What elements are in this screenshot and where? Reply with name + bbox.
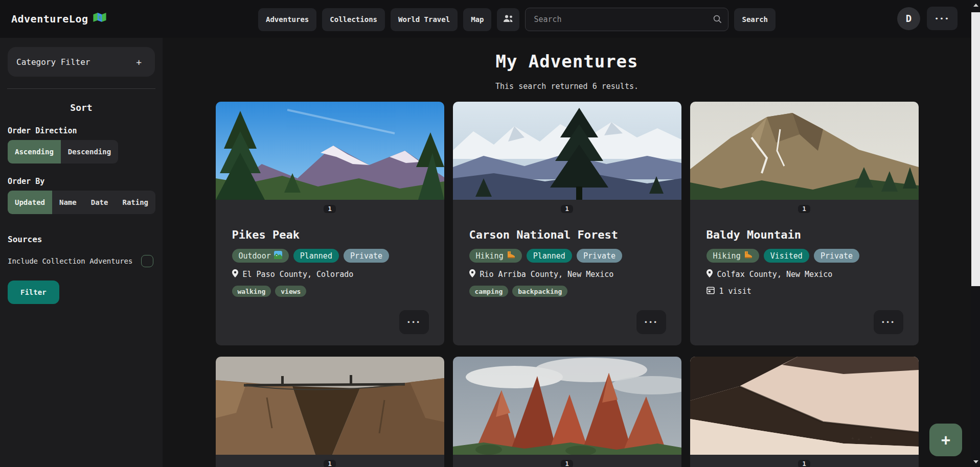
park-icon	[274, 251, 282, 261]
tag-pill: walking	[232, 286, 271, 297]
carson-forest-image[interactable]	[453, 102, 681, 200]
boot-icon	[744, 251, 753, 261]
search-icon	[713, 15, 722, 26]
card-more-button[interactable]: •••	[636, 310, 666, 334]
search-input[interactable]	[525, 8, 728, 31]
include-collections-checkbox[interactable]	[141, 255, 153, 267]
order-by-label: Order By	[8, 177, 155, 186]
visits-row: 1 visit	[706, 286, 903, 296]
filter-button[interactable]: Filter	[8, 281, 59, 304]
adventure-count-badge: 1	[561, 205, 573, 213]
adventure-count-badge: 1	[798, 460, 810, 467]
boot-icon	[507, 251, 515, 261]
tag-pill: camping	[469, 286, 509, 297]
visibility-badge: Private	[814, 249, 859, 263]
location-text: El Paso County, Colorado	[243, 270, 354, 279]
adventure-count-badge: 1	[561, 460, 573, 467]
filter-sidebar: Category Filter + Sort Order Direction A…	[0, 38, 163, 467]
people-icon	[503, 15, 514, 24]
add-adventure-button[interactable]: +	[929, 424, 962, 456]
map-logo-icon	[93, 13, 106, 26]
results-count-text: This search returned 6 results.	[163, 82, 971, 91]
adventure-card[interactable]: 1Carson National ForestHikingPlannedPriv…	[453, 102, 681, 345]
status-badge: Visited	[764, 249, 809, 263]
app-logo[interactable]: AdventureLog	[11, 13, 106, 26]
category-badge: Hiking	[706, 249, 759, 263]
nav-adventures[interactable]: Adventures	[258, 8, 316, 31]
adventure-count-badge: 1	[324, 205, 336, 213]
category-badge: Hiking	[469, 249, 522, 263]
order-by-updated[interactable]: Updated	[8, 191, 52, 214]
visits-text: 1 visit	[719, 287, 751, 296]
baldy-mountain-image[interactable]	[690, 102, 919, 200]
nav-map[interactable]: Map	[463, 8, 491, 31]
category-label: Hiking	[713, 251, 741, 261]
page-scrollbar	[971, 0, 980, 467]
calendar-icon	[706, 286, 715, 296]
navbar: AdventureLog AdventuresCollectionsWorld …	[0, 0, 971, 38]
adventure-card[interactable]: 1	[453, 357, 681, 467]
location-row: Colfax County, New Mexico	[706, 269, 903, 279]
garden-of-the-gods-image[interactable]	[453, 357, 681, 455]
scrollbar-down-arrow[interactable]	[973, 460, 978, 463]
users-button[interactable]	[497, 8, 519, 31]
visibility-badge: Private	[344, 249, 389, 263]
adventure-card[interactable]: 1Pikes PeakOutdoorPlannedPrivateEl Paso …	[216, 102, 444, 345]
adventurelog-app: AdventureLog AdventuresCollectionsWorld …	[0, 0, 980, 467]
order-by-name[interactable]: Name	[52, 191, 84, 214]
sort-heading: Sort	[8, 102, 155, 113]
royal-gorge-bridge-image[interactable]	[216, 357, 444, 455]
adventure-grid: 1Pikes PeakOutdoorPlannedPrivateEl Paso …	[163, 102, 971, 467]
status-badge: Planned	[293, 249, 339, 263]
avatar[interactable]: D	[897, 7, 920, 30]
sand-dunes-image[interactable]	[690, 357, 919, 455]
adventure-title[interactable]: Pikes Peak	[232, 228, 429, 241]
nav-links: AdventuresCollectionsWorld TravelMap	[258, 8, 776, 31]
badge-row: HikingPlannedPrivate	[469, 249, 666, 263]
order-by-group: UpdatedNameDateRating	[8, 191, 155, 214]
order-by-rating[interactable]: Rating	[115, 191, 155, 214]
adventure-card[interactable]: 1Baldy MountainHikingVisitedPrivateColfa…	[690, 102, 919, 345]
category-filter-label: Category Filter	[16, 57, 90, 67]
search-button[interactable]: Search	[734, 8, 776, 31]
nav-collections[interactable]: Collections	[322, 8, 385, 31]
scrollbar-up-arrow[interactable]	[973, 4, 978, 7]
include-collections-row: Include Collection Adventures	[8, 255, 155, 267]
navbar-more-button[interactable]: •••	[927, 7, 958, 30]
adventure-card[interactable]: 1	[216, 357, 444, 467]
order-direction-group: AscendingDescending	[8, 140, 118, 164]
location-row: Rio Arriba County, New Mexico	[469, 269, 666, 279]
category-filter-toggle[interactable]: Category Filter +	[8, 47, 155, 77]
app-title: AdventureLog	[11, 13, 88, 25]
location-pin-icon	[706, 269, 713, 279]
card-more-button[interactable]: •••	[399, 310, 429, 334]
tag-pill: backpacking	[512, 286, 567, 297]
tag-pill: views	[275, 286, 306, 297]
order-direction-ascending[interactable]: Ascending	[8, 140, 61, 164]
order-direction-descending[interactable]: Descending	[61, 140, 118, 164]
adventure-title[interactable]: Baldy Mountain	[706, 228, 903, 241]
location-text: Colfax County, New Mexico	[717, 270, 833, 279]
main-content: My Adventures This search returned 6 res…	[163, 38, 971, 467]
scrollbar-thumb[interactable]	[971, 12, 980, 286]
plus-expand-icon: +	[136, 57, 142, 67]
order-by-date[interactable]: Date	[84, 191, 116, 214]
category-label: Hiking	[476, 251, 504, 261]
adventure-title[interactable]: Carson National Forest	[469, 228, 666, 241]
search-field-wrap	[525, 8, 728, 31]
pikes-peak-image[interactable]	[216, 102, 444, 200]
adventure-count-badge: 1	[324, 460, 336, 467]
badge-row: OutdoorPlannedPrivate	[232, 249, 429, 263]
tag-row: walkingviews	[232, 286, 429, 297]
adventure-card[interactable]: 1	[690, 357, 919, 467]
location-pin-icon	[469, 269, 475, 279]
card-more-button[interactable]: •••	[874, 310, 903, 334]
status-badge: Planned	[527, 249, 572, 263]
adventure-count-badge: 1	[798, 205, 810, 213]
location-row: El Paso County, Colorado	[232, 269, 429, 279]
page-title: My Adventures	[163, 51, 971, 72]
location-text: Rio Arriba County, New Mexico	[480, 270, 614, 279]
visibility-badge: Private	[577, 249, 622, 263]
nav-world-travel[interactable]: World Travel	[391, 8, 458, 31]
order-direction-label: Order Direction	[8, 126, 155, 135]
